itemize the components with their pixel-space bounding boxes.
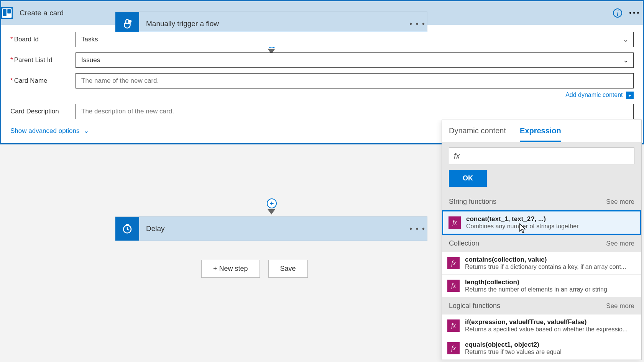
chevron-down-icon: ⌄ (84, 127, 89, 134)
delay-title: Delay (139, 224, 408, 233)
fn-signature: if(expression, valueIfTrue, valueIfFalse… (465, 318, 636, 326)
trigger-menu-icon[interactable]: • • • (408, 20, 427, 28)
arrow-down-icon (268, 209, 275, 215)
fn-concat[interactable]: fx concat(text_1, text_2?, ...) Combines… (442, 210, 641, 235)
svg-rect-3 (7, 9, 11, 13)
fx-icon[interactable]: ▸ (626, 92, 634, 99)
fn-equals[interactable]: fx equals(object1, object2) Returns true… (442, 337, 641, 360)
card-desc-label: Card Description (10, 108, 76, 115)
chevron-down-icon: ⌄ (623, 35, 629, 44)
tab-dynamic-content[interactable]: Dynamic content (449, 121, 506, 142)
board-id-select[interactable]: Tasks ⌄ (76, 32, 634, 47)
fn-length[interactable]: fx length(collection) Returns the number… (442, 275, 641, 297)
tab-expression[interactable]: Expression (520, 121, 561, 142)
category-collection: Collection See more (442, 235, 641, 252)
expression-input[interactable]: fx (449, 147, 634, 164)
fx-prefix-icon: fx (454, 152, 460, 161)
trello-icon (1, 7, 13, 19)
chevron-down-icon: ⌄ (623, 56, 629, 64)
parent-list-value: Issues (81, 56, 100, 64)
fn-contains[interactable]: fx contains(collection, value) Returns t… (442, 252, 641, 275)
parent-list-select[interactable]: Issues ⌄ (76, 52, 634, 68)
see-more-link[interactable]: See more (606, 198, 634, 206)
svg-point-0 (129, 20, 132, 23)
fn-description: Returns the number of elements in an arr… (465, 286, 636, 293)
category-string-functions: String functions See more (442, 193, 641, 210)
fx-icon: fx (447, 342, 460, 354)
fn-description: Returns true if a dictionary contains a … (465, 264, 636, 270)
trigger-title: Manually trigger a flow (139, 20, 408, 28)
add-step-icon[interactable]: + (267, 198, 277, 208)
info-icon[interactable]: i (613, 8, 622, 18)
board-id-value: Tasks (81, 36, 98, 43)
fn-description: Returns true if two values are equal (465, 349, 636, 355)
card-desc-input[interactable]: The description of the new card. (76, 104, 634, 119)
category-logical: Logical functions See more (442, 297, 641, 314)
fn-signature: contains(collection, value) (465, 256, 636, 264)
fx-icon: fx (447, 257, 460, 269)
svg-rect-2 (3, 9, 7, 16)
fn-signature: equals(object1, object2) (465, 341, 636, 349)
fn-signature: concat(text_1, text_2?, ...) (466, 215, 635, 223)
parent-list-label: *Parent List Id (10, 56, 76, 64)
fn-if[interactable]: fx if(expression, valueIfTrue, valueIfFa… (442, 314, 641, 337)
add-dynamic-content-link[interactable]: Add dynamic content (565, 92, 623, 98)
ok-button[interactable]: OK (449, 170, 487, 187)
delay-menu-icon[interactable]: • • • (408, 224, 427, 233)
expression-panel: Dynamic content Expression fx OK String … (442, 120, 642, 360)
create-card-menu-icon[interactable]: • • • (629, 10, 639, 16)
fx-icon: fx (449, 216, 461, 229)
delay-icon (115, 217, 139, 241)
board-id-label: *Board Id (10, 36, 76, 43)
see-more-link[interactable]: See more (606, 302, 634, 310)
new-step-button[interactable]: + New step (201, 260, 260, 278)
fx-icon: fx (447, 280, 460, 292)
fn-signature: length(collection) (465, 278, 636, 286)
card-name-label: *Card Name (10, 77, 76, 85)
fn-description: Combines any number of strings together (466, 223, 635, 230)
fx-icon: fx (447, 319, 460, 332)
save-button[interactable]: Save (268, 260, 308, 278)
delay-card[interactable]: Delay • • • (115, 216, 427, 241)
see-more-link[interactable]: See more (606, 240, 634, 247)
card-name-input[interactable]: The name of the new card. (76, 73, 634, 88)
fn-description: Returns a specified value based on wheth… (465, 326, 636, 333)
